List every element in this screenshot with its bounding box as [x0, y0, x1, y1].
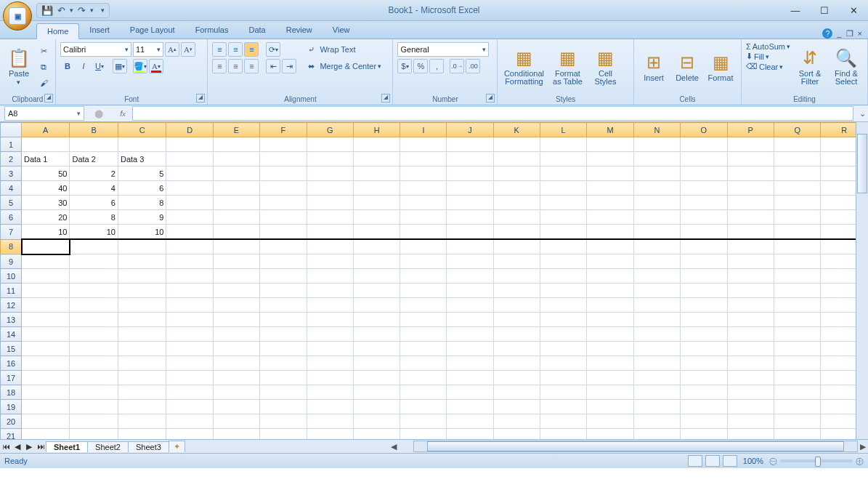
- cell-A8[interactable]: [22, 239, 70, 254]
- cell-N16[interactable]: [633, 356, 680, 371]
- expand-formula-bar-icon[interactable]: ⌄: [856, 109, 868, 119]
- row-header-8[interactable]: 8: [1, 239, 22, 254]
- cell-G8[interactable]: [307, 239, 353, 254]
- cell-J8[interactable]: [447, 239, 493, 254]
- cell-K5[interactable]: [493, 196, 540, 210]
- cell-F7[interactable]: [260, 225, 307, 240]
- cell-A20[interactable]: [22, 414, 70, 429]
- cell-K15[interactable]: [493, 342, 540, 356]
- cell-H16[interactable]: [354, 356, 400, 371]
- cell-L1[interactable]: [540, 137, 586, 152]
- cell-E11[interactable]: [213, 284, 259, 298]
- cell-M3[interactable]: [587, 166, 634, 181]
- redo-icon[interactable]: ↷: [78, 5, 86, 16]
- sheet-tab-sheet2[interactable]: Sheet2: [87, 441, 129, 452]
- cell-C9[interactable]: [118, 254, 166, 269]
- row-header-20[interactable]: 20: [1, 414, 22, 429]
- fx-icon[interactable]: fx: [113, 109, 132, 118]
- cell-H2[interactable]: [354, 152, 400, 166]
- column-header-Q[interactable]: Q: [774, 123, 820, 137]
- autosum-button[interactable]: Σ AutoSum ▾: [746, 42, 790, 51]
- cell-J1[interactable]: [447, 137, 493, 152]
- decrease-indent-button[interactable]: ⇤: [266, 59, 280, 73]
- cell-G1[interactable]: [307, 137, 353, 152]
- row-header-2[interactable]: 2: [1, 152, 22, 166]
- cell-C14[interactable]: [118, 327, 166, 342]
- column-header-J[interactable]: J: [447, 123, 493, 137]
- cell-L3[interactable]: [540, 166, 586, 181]
- cell-Q9[interactable]: [774, 254, 820, 269]
- cell-D20[interactable]: [166, 414, 213, 429]
- cell-J18[interactable]: [447, 385, 493, 400]
- font-name-combo[interactable]: Calibri▾: [60, 42, 131, 57]
- cell-E13[interactable]: [213, 313, 259, 327]
- cell-D12[interactable]: [166, 298, 213, 313]
- number-format-combo[interactable]: General▾: [397, 42, 489, 57]
- cell-G3[interactable]: [307, 166, 353, 181]
- row-header-5[interactable]: 5: [1, 196, 22, 210]
- cell-H11[interactable]: [354, 284, 400, 298]
- cell-Q4[interactable]: [774, 181, 820, 196]
- cell-C3[interactable]: 5: [118, 166, 166, 181]
- cell-J9[interactable]: [447, 254, 493, 269]
- insert-cells-button[interactable]: ⊞Insert: [638, 42, 669, 92]
- page-layout-view-button[interactable]: [705, 455, 720, 467]
- cell-F4[interactable]: [260, 181, 307, 196]
- help-icon[interactable]: ?: [822, 28, 832, 39]
- cell-I15[interactable]: [400, 342, 447, 356]
- cell-E18[interactable]: [213, 385, 259, 400]
- cell-O14[interactable]: [681, 327, 727, 342]
- row-header-15[interactable]: 15: [1, 342, 22, 356]
- cell-C18[interactable]: [118, 385, 166, 400]
- cell-A3[interactable]: 50: [22, 166, 70, 181]
- cell-H21[interactable]: [354, 429, 400, 440]
- cell-Q10[interactable]: [774, 269, 820, 284]
- cell-J6[interactable]: [447, 210, 493, 225]
- cell-A5[interactable]: 30: [22, 196, 70, 210]
- cell-P14[interactable]: [727, 327, 774, 342]
- tab-data[interactable]: Data: [238, 23, 275, 39]
- cell-E9[interactable]: [213, 254, 259, 269]
- cell-L20[interactable]: [540, 414, 586, 429]
- dialog-launcher-icon[interactable]: ◢: [381, 94, 390, 103]
- cell-B6[interactable]: 8: [70, 210, 118, 225]
- align-right-button[interactable]: ≡: [244, 59, 259, 73]
- cell-Q14[interactable]: [774, 327, 820, 342]
- cell-A14[interactable]: [22, 327, 70, 342]
- cell-A11[interactable]: [22, 284, 70, 298]
- cell-Q18[interactable]: [774, 385, 820, 400]
- cell-F17[interactable]: [260, 371, 307, 385]
- cell-G19[interactable]: [307, 400, 353, 414]
- row-header-18[interactable]: 18: [1, 385, 22, 400]
- cell-D15[interactable]: [166, 342, 213, 356]
- cell-F21[interactable]: [260, 429, 307, 440]
- tab-formulas[interactable]: Formulas: [185, 23, 239, 39]
- cell-N17[interactable]: [633, 371, 680, 385]
- cell-H3[interactable]: [354, 166, 400, 181]
- cell-K17[interactable]: [493, 371, 540, 385]
- cell-P1[interactable]: [727, 137, 774, 152]
- cell-E6[interactable]: [213, 210, 259, 225]
- cell-E14[interactable]: [213, 327, 259, 342]
- cell-L18[interactable]: [540, 385, 586, 400]
- cell-H17[interactable]: [354, 371, 400, 385]
- cell-N1[interactable]: [633, 137, 680, 152]
- cell-N14[interactable]: [633, 327, 680, 342]
- cell-F5[interactable]: [260, 196, 307, 210]
- cell-M16[interactable]: [587, 356, 634, 371]
- redo-dropdown-icon[interactable]: ▾: [90, 7, 94, 14]
- cell-Q12[interactable]: [774, 298, 820, 313]
- tab-insert[interactable]: Insert: [79, 23, 120, 39]
- cell-G6[interactable]: [307, 210, 353, 225]
- cell-M15[interactable]: [587, 342, 634, 356]
- column-header-I[interactable]: I: [400, 123, 447, 137]
- cell-O2[interactable]: [681, 152, 727, 166]
- cell-F9[interactable]: [260, 254, 307, 269]
- percent-button[interactable]: %: [413, 59, 428, 73]
- cell-F20[interactable]: [260, 414, 307, 429]
- cell-M13[interactable]: [587, 313, 634, 327]
- cell-J17[interactable]: [447, 371, 493, 385]
- cell-M14[interactable]: [587, 327, 634, 342]
- cell-Q7[interactable]: [774, 225, 820, 240]
- cell-F14[interactable]: [260, 327, 307, 342]
